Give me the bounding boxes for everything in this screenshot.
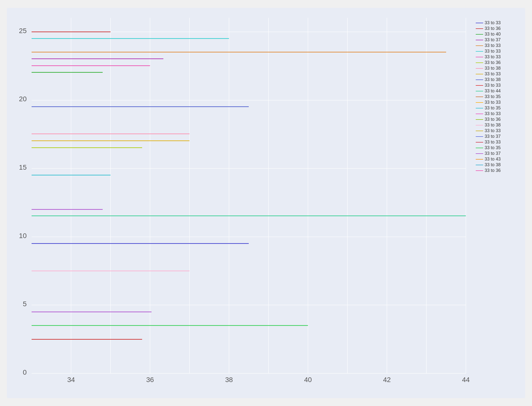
- legend-item-14: 33 to 35: [476, 94, 520, 99]
- legend-color-20: [476, 131, 483, 131]
- legend-color-16: [476, 108, 483, 108]
- chart-svg: 0 5 10 15 20 25 34 36 38 40 42 44: [12, 13, 476, 393]
- legend-color-18: [476, 119, 483, 120]
- svg-text:34: 34: [67, 376, 75, 384]
- legend-label-12: 33 to 33: [485, 83, 501, 88]
- legend-label-2: 33 to 36: [485, 26, 501, 31]
- legend-item-2: 33 to 36: [476, 26, 520, 31]
- legend-item-3: 33 to 40: [476, 32, 520, 37]
- legend-color-3: [476, 34, 483, 35]
- legend-color-8: [476, 62, 483, 63]
- svg-text:44: 44: [462, 376, 470, 384]
- svg-text:5: 5: [23, 300, 27, 308]
- legend-item-17: 33 to 33: [476, 111, 520, 116]
- legend-label-11: 33 to 38: [485, 77, 501, 82]
- legend-color-11: [476, 80, 483, 80]
- legend-color-9: [476, 68, 483, 69]
- legend-color-19: [476, 125, 483, 125]
- legend-color-22: [476, 142, 483, 142]
- legend-label-5: 33 to 33: [485, 43, 501, 48]
- legend-label-19: 33 to 38: [485, 122, 501, 128]
- legend-item-7: 33 to 33: [476, 54, 520, 60]
- legend-label-15: 33 to 33: [485, 100, 501, 105]
- svg-text:36: 36: [146, 376, 154, 384]
- legend-item-23: 33 to 35: [476, 145, 520, 150]
- legend-color-15: [476, 102, 483, 103]
- legend-color-21: [476, 136, 483, 137]
- legend-item-22: 33 to 33: [476, 140, 520, 145]
- legend-item-9: 33 to 38: [476, 66, 520, 71]
- legend-item-24: 33 to 37: [476, 151, 520, 156]
- legend-label-3: 33 to 40: [485, 32, 501, 37]
- legend-label-27: 33 to 36: [485, 168, 501, 173]
- legend-color-17: [476, 114, 483, 114]
- legend-item-25: 33 to 43: [476, 157, 520, 162]
- svg-text:25: 25: [19, 27, 27, 35]
- legend-color-6: [476, 51, 483, 52]
- legend-item-1: 33 to 33: [476, 20, 520, 25]
- svg-text:42: 42: [383, 376, 391, 384]
- legend-label-22: 33 to 33: [485, 140, 501, 145]
- legend-label-20: 33 to 33: [485, 128, 501, 133]
- legend-item-20: 33 to 33: [476, 128, 520, 133]
- svg-text:38: 38: [225, 376, 233, 384]
- legend-item-15: 33 to 33: [476, 100, 520, 105]
- legend-item-13: 33 to 44: [476, 88, 520, 94]
- legend-color-1: [476, 23, 483, 23]
- legend-label-4: 33 to 37: [485, 37, 501, 42]
- legend-label-26: 33 to 38: [485, 162, 501, 167]
- legend-item-8: 33 to 36: [476, 60, 520, 65]
- legend-item-26: 33 to 38: [476, 162, 520, 167]
- legend-item-27: 33 to 36: [476, 168, 520, 173]
- legend-color-25: [476, 159, 483, 160]
- svg-text:15: 15: [19, 163, 27, 171]
- legend-item-4: 33 to 37: [476, 37, 520, 42]
- legend-label-23: 33 to 35: [485, 145, 501, 150]
- legend-item-18: 33 to 36: [476, 117, 520, 122]
- svg-text:0: 0: [23, 368, 27, 376]
- legend-color-24: [476, 153, 483, 154]
- legend-color-23: [476, 148, 483, 148]
- legend-label-16: 33 to 35: [485, 105, 501, 111]
- legend-label-25: 33 to 43: [485, 157, 501, 162]
- legend-item-5: 33 to 33: [476, 43, 520, 48]
- legend-label-7: 33 to 33: [485, 54, 501, 60]
- chart-area: 0 5 10 15 20 25 34 36 38 40 42 44: [12, 13, 476, 393]
- legend-label-14: 33 to 35: [485, 94, 501, 99]
- chart-container: 0 5 10 15 20 25 34 36 38 40 42 44: [7, 8, 525, 398]
- legend-color-4: [476, 40, 483, 40]
- legend-item-16: 33 to 35: [476, 105, 520, 111]
- legend-label-18: 33 to 36: [485, 117, 501, 122]
- legend-color-7: [476, 57, 483, 57]
- legend-color-2: [476, 28, 483, 29]
- svg-text:10: 10: [19, 232, 27, 240]
- legend-label-8: 33 to 36: [485, 60, 501, 65]
- legend-item-6: 33 to 33: [476, 49, 520, 54]
- svg-text:20: 20: [19, 95, 27, 103]
- legend-label-10: 33 to 33: [485, 71, 501, 77]
- legend-label-6: 33 to 33: [485, 49, 501, 54]
- legend-item-21: 33 to 37: [476, 134, 520, 139]
- legend-color-27: [476, 170, 483, 171]
- legend-color-12: [476, 85, 483, 86]
- legend: 33 to 33 33 to 36 33 to 40 33 to 37 33 t…: [476, 13, 520, 393]
- legend-color-13: [476, 91, 483, 91]
- legend-color-5: [476, 45, 483, 46]
- legend-label-1: 33 to 33: [485, 20, 501, 25]
- legend-color-14: [476, 97, 483, 97]
- legend-label-21: 33 to 37: [485, 134, 501, 139]
- legend-item-10: 33 to 33: [476, 71, 520, 77]
- legend-label-13: 33 to 44: [485, 88, 501, 94]
- legend-item-12: 33 to 33: [476, 83, 520, 88]
- legend-color-26: [476, 165, 483, 165]
- legend-label-17: 33 to 33: [485, 111, 501, 116]
- legend-item-19: 33 to 38: [476, 122, 520, 128]
- legend-label-9: 33 to 38: [485, 66, 501, 71]
- legend-item-11: 33 to 38: [476, 77, 520, 82]
- svg-text:40: 40: [304, 376, 312, 384]
- svg-rect-0: [32, 18, 466, 373]
- legend-color-10: [476, 74, 483, 74]
- legend-label-24: 33 to 37: [485, 151, 501, 156]
